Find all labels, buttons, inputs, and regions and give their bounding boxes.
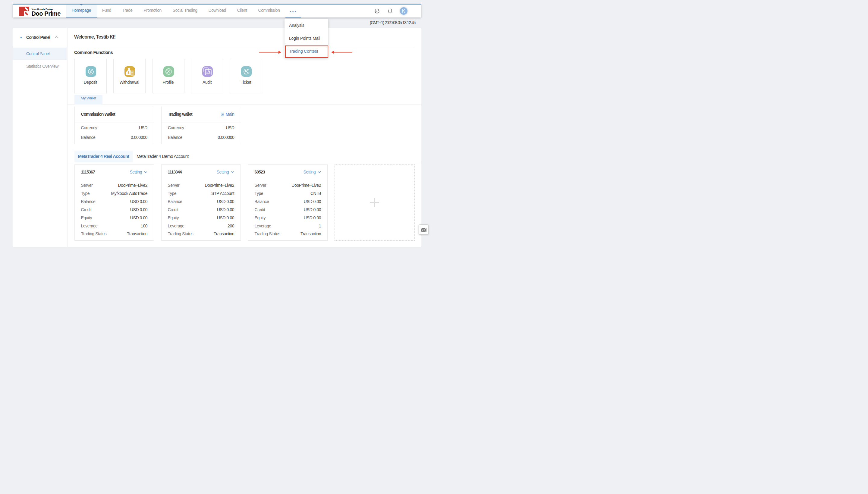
svg-text:$: $ (128, 71, 129, 74)
